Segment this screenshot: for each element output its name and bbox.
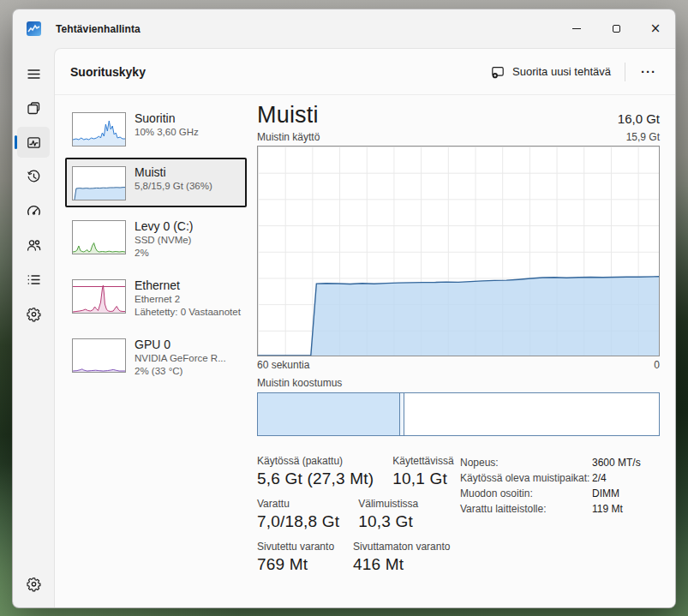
hw-reserved-value: 119 Mt (592, 503, 641, 515)
close-button[interactable]: × (636, 9, 675, 48)
sidebar-item-users[interactable] (17, 230, 50, 260)
maximize-button[interactable] (596, 9, 636, 48)
minimize-icon (572, 28, 581, 29)
sidebar-item-processes[interactable] (17, 93, 50, 123)
stat-cached: Välimuistissa 10,3 Gt (358, 498, 418, 531)
stat-committed: Varattu 7,0/18,8 Gt (257, 498, 339, 531)
composition-label: Muistin koostumus (257, 377, 660, 389)
performance-icon (26, 135, 42, 151)
device-title: Muisti (135, 164, 212, 180)
form-factor-value: DIMM (592, 487, 641, 499)
sidebar-item-startup-apps[interactable] (17, 195, 50, 226)
memory-thumbnail-chart (72, 166, 126, 200)
navigation-rail (13, 48, 54, 607)
device-subtitle: NVIDIA GeForce R... (135, 352, 226, 365)
device-title: GPU 0 (135, 337, 226, 352)
performance-device-list: Suoritin 10% 3,60 GHz Muisti (55, 95, 250, 607)
maximize-icon (613, 25, 620, 33)
x-axis-left-label: 60 sekuntia (257, 359, 309, 371)
total-memory: 16,0 Gt (618, 111, 660, 129)
speedometer-icon (26, 203, 42, 219)
speed-value: 3600 MT/s (592, 457, 641, 469)
device-subtitle-2: Lähetetty: 0 Vastaanotet (135, 306, 240, 319)
cpu-thumbnail-chart (72, 112, 126, 147)
device-item-disk[interactable]: Levy 0 (C:) SSD (NVMe) 2% (65, 212, 247, 266)
composition-in-use (258, 393, 400, 435)
stat-in-use: Käytössä (pakattu) 5,6 Gt (27,3 Mt) (257, 455, 374, 488)
device-subtitle: 10% 3,60 GHz (135, 126, 199, 139)
sidebar-item-services[interactable] (17, 298, 50, 329)
device-item-cpu[interactable]: Suoritin 10% 3,60 GHz (65, 104, 247, 153)
minimize-button[interactable] (557, 9, 596, 48)
header-divider (625, 63, 625, 81)
memory-history-fill (258, 277, 659, 356)
services-gear-icon (26, 306, 42, 322)
processes-icon (26, 100, 42, 117)
task-manager-window: Tehtävienhallinta × (12, 9, 676, 608)
usage-chart-label: Muistin käyttö (257, 131, 320, 143)
sidebar-item-details[interactable] (17, 264, 50, 295)
users-icon (26, 237, 42, 254)
history-clock-icon (26, 169, 42, 185)
run-new-task-button[interactable]: Suorita uusi tehtävä (482, 59, 619, 85)
content-header: Suorituskyky Suorita uusi tehtävä ··· (55, 49, 675, 95)
memory-usage-chart (257, 146, 660, 356)
stat-paged-pool: Sivutettu varanto 769 Mt (257, 541, 334, 574)
sidebar-item-app-history[interactable] (17, 161, 50, 192)
close-icon: × (650, 22, 661, 35)
titlebar: Tehtävienhallinta × (13, 9, 675, 48)
slots-value: 2/4 (592, 472, 641, 484)
usage-chart-max: 15,9 Gt (626, 131, 660, 143)
task-manager-icon (27, 21, 41, 36)
new-task-icon (490, 64, 506, 80)
composition-modified (400, 393, 405, 435)
settings-button[interactable] (17, 568, 50, 599)
details-list-icon (26, 272, 42, 288)
more-options-button[interactable]: ··· (631, 61, 667, 82)
disk-thumbnail-chart (72, 220, 126, 254)
device-title: Ethernet (135, 278, 240, 293)
device-subtitle: Ethernet 2 (135, 293, 240, 306)
stat-nonpaged-pool: Sivuttamaton varanto 416 Mt (353, 541, 450, 574)
run-new-task-label: Suorita uusi tehtävä (512, 65, 611, 78)
settings-gear-icon (26, 576, 42, 592)
device-title: Suoritin (135, 111, 199, 126)
window-title: Tehtävienhallinta (56, 23, 141, 35)
x-axis-right-label: 0 (654, 359, 660, 371)
device-subtitle: 5,8/15,9 Gt (36%) (135, 180, 212, 193)
page-title: Suorituskyky (70, 65, 146, 79)
content-panel: Suorituskyky Suorita uusi tehtävä ··· (54, 48, 675, 607)
device-subtitle: SSD (NVMe) (135, 234, 193, 247)
device-title: Levy 0 (C:) (135, 218, 193, 234)
menu-button[interactable] (17, 58, 50, 89)
sidebar-item-performance[interactable] (17, 127, 50, 158)
memory-composition-bar (257, 392, 660, 436)
gpu-thumbnail-chart (72, 338, 126, 373)
memory-stats: Käytössä (pakattu) 5,6 Gt (27,3 Mt) Käyt… (257, 455, 660, 574)
device-item-gpu[interactable]: GPU 0 NVIDIA GeForce R... 2% (33 °C) (65, 330, 247, 385)
device-subtitle-2: 2% (135, 247, 193, 260)
device-subtitle-2: 2% (33 °C) (135, 365, 226, 378)
stat-available: Käytettävissä 10,1 Gt (392, 455, 453, 488)
memory-hardware-info: Nopeus:3600 MT/s Käytössä oleva muistipa… (460, 457, 641, 515)
caption-buttons: × (557, 9, 675, 48)
device-item-memory[interactable]: Muisti 5,8/15,9 Gt (36%) (65, 158, 247, 207)
detail-title: Muisti (257, 102, 319, 129)
ethernet-thumbnail-chart (72, 279, 126, 314)
memory-detail-pane: Muisti 16,0 Gt Muistin käyttö 15,9 Gt (250, 95, 675, 607)
hamburger-icon (26, 66, 42, 82)
device-item-ethernet[interactable]: Ethernet Ethernet 2 Lähetetty: 0 Vastaan… (65, 271, 247, 326)
